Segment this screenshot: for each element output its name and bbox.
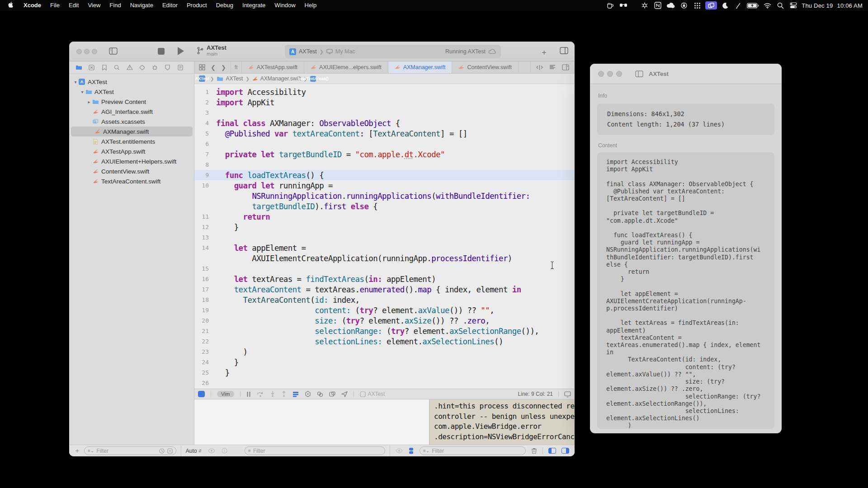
clear-console-trash-icon[interactable] <box>531 447 537 454</box>
menu-clock-date[interactable]: Thu Dec 19 <box>802 2 833 9</box>
menu-view[interactable]: View <box>83 0 105 11</box>
breakpoint-navigator-icon[interactable] <box>164 65 171 70</box>
disclosure-chevron-icon[interactable]: ▸ <box>86 99 92 104</box>
code-line-25[interactable]: 25 } <box>194 367 575 378</box>
minimize-window-button[interactable] <box>84 49 90 54</box>
pause-debug-icon[interactable] <box>246 391 251 397</box>
run-button[interactable] <box>178 47 184 55</box>
wifi-icon[interactable] <box>762 1 772 9</box>
battery-icon[interactable] <box>746 1 759 9</box>
quicklook-eye-icon[interactable] <box>208 448 215 453</box>
code-line-1[interactable]: 1import Accessibility <box>194 87 575 97</box>
apple-menu-icon[interactable] <box>8 2 14 9</box>
breadcrumb-item-axtest[interactable]: AXTest <box>217 75 243 82</box>
editor-tab-contentview-swift[interactable]: ContentView.swift <box>452 61 518 73</box>
close-window-button[interactable] <box>76 49 82 54</box>
console-mode-icon[interactable] <box>408 447 414 454</box>
draw-pen-icon[interactable] <box>733 1 743 9</box>
pill-scheme-name[interactable]: AXTest <box>299 48 317 55</box>
forward-icon[interactable]: ❯ <box>221 64 226 71</box>
zoom-window-button[interactable] <box>92 49 97 54</box>
code-line-23[interactable]: 23 ) <box>194 347 575 357</box>
control-center-icon[interactable] <box>788 1 798 9</box>
menu-editor[interactable]: Editor <box>158 0 182 11</box>
test-navigator-icon[interactable] <box>139 65 146 70</box>
code-line-15[interactable]: 15 <box>194 263 575 274</box>
menu-debug[interactable]: Debug <box>212 0 238 11</box>
source-control-status-icon[interactable] <box>167 448 173 454</box>
memory-graph-icon[interactable] <box>305 391 311 397</box>
source-control-navigator-icon[interactable] <box>88 65 95 70</box>
debug-process-label[interactable]: AXTest <box>360 391 385 397</box>
source-editor[interactable]: 1import Accessibility2import AppKit34fin… <box>194 84 575 389</box>
code-line-16[interactable]: 16 let textAreas = findTextAreas(in: app… <box>194 274 575 284</box>
related-items-icon[interactable] <box>199 64 205 70</box>
vim-mode-badge[interactable]: Vim <box>217 391 234 397</box>
menu-navigate[interactable]: Navigate <box>126 0 158 11</box>
disclosure-chevron-icon[interactable]: ▾ <box>73 80 78 84</box>
show-console-pane-toggle[interactable] <box>561 448 569 454</box>
find-navigator-icon[interactable] <box>113 65 120 70</box>
device-conditions-icon[interactable] <box>329 391 335 397</box>
pill-destination[interactable]: My Mac <box>335 48 355 55</box>
breadcrumb-item-axmanager-swift[interactable]: AXManager.swift <box>252 75 301 82</box>
code-line-12[interactable]: 12 } <box>194 222 575 232</box>
code-line-8[interactable]: 8 <box>194 160 575 170</box>
editor-tab-axmanager-swift[interactable]: AXManager.swift <box>388 61 453 73</box>
panel-sidebar-icon[interactable] <box>635 70 643 77</box>
adjacent-editor-icon[interactable] <box>536 65 543 70</box>
back-icon[interactable]: ❮ <box>211 64 216 71</box>
file-tree-item-agi-interface-swift[interactable]: AGI_Interface.swift <box>69 107 194 117</box>
step-into-icon[interactable] <box>270 391 275 397</box>
show-variables-pane-toggle[interactable] <box>548 448 556 454</box>
spotlight-search-icon[interactable] <box>775 1 785 9</box>
code-line-14[interactable]: 14 let appElement = <box>194 243 575 253</box>
menu-edit[interactable]: Edit <box>64 0 83 11</box>
add-editor-icon[interactable]: ＋ <box>540 47 548 57</box>
code-line-wrap[interactable]: NSRunningApplication.runningApplications… <box>194 191 575 201</box>
code-line-21[interactable]: 21 selectionRange: (try? element.axSelec… <box>194 326 575 336</box>
file-tree-item-axmanager-swift[interactable]: AXManager.swift <box>71 127 193 136</box>
view-debugger-icon[interactable] <box>292 391 299 397</box>
breakpoints-toggle-icon[interactable] <box>198 391 205 397</box>
console-filter-field[interactable]: ≡⌄ Filter <box>420 446 526 455</box>
file-tree-item-textareacontent-swift[interactable]: TextAreaContent.swift <box>69 176 194 186</box>
focus-moon-icon[interactable] <box>720 1 730 9</box>
code-line-wrap[interactable]: AXUIElementCreateApplication(runningApp.… <box>194 253 575 263</box>
bookmark-navigator-icon[interactable] <box>101 65 108 70</box>
code-line-24[interactable]: 24 } <box>194 357 575 367</box>
code-line-4[interactable]: 4final class AXManager: ObservableObject… <box>194 118 575 128</box>
code-line-wrap[interactable]: targetBundleID).first else { <box>194 201 575 211</box>
debug-navigator-icon[interactable] <box>151 65 158 70</box>
lock-icon[interactable] <box>679 1 689 9</box>
editor-tab-axuieleme-elpers-swift[interactable]: AXUIEleme...elpers.swift <box>304 61 388 73</box>
code-line-5[interactable]: 5 @Published var textAreaContent: [TextA… <box>194 128 575 139</box>
issue-navigator-icon[interactable] <box>126 65 133 70</box>
activity-status-pill[interactable]: A AXTest ❯ My Mac Running AXTest <box>285 45 501 58</box>
zoom-window-button[interactable] <box>616 71 622 77</box>
code-line-13[interactable]: 13 <box>194 232 575 243</box>
file-tree-item-axuielement-helpers-swift[interactable]: AXUIElement+Helpers.swift <box>69 156 194 166</box>
menu-product[interactable]: Product <box>182 0 212 11</box>
minimize-window-button[interactable] <box>607 71 613 77</box>
code-line-26[interactable]: 26 <box>194 378 575 388</box>
variables-filter-field[interactable]: ≡ Filter <box>245 446 385 455</box>
menu-file[interactable]: File <box>46 0 64 11</box>
step-out-icon[interactable] <box>281 391 287 397</box>
code-line-19[interactable]: 19 content: (try? element.axValue()) ?? … <box>194 305 575 315</box>
file-tree-item-axtest[interactable]: ▾AAXTest <box>69 77 194 87</box>
code-line-9[interactable]: 9 func loadTextAreas() { <box>194 170 575 180</box>
cloudflare-icon[interactable] <box>666 1 676 9</box>
minimap-icon[interactable] <box>549 65 556 70</box>
content-box[interactable]: import Accessibility import AppKit final… <box>597 152 774 429</box>
menu-window[interactable]: Window <box>270 0 300 11</box>
breadcrumb-item-axtest[interactable]: AXTest <box>199 75 208 82</box>
caffeinate-icon[interactable] <box>605 1 615 9</box>
code-line-6[interactable]: 6 <box>194 139 575 149</box>
code-line-18[interactable]: 18 TextAreaContent(id: index, <box>194 295 575 305</box>
glasses-icon[interactable] <box>618 1 628 9</box>
code-line-17[interactable]: 17 textAreaContent = textAreas.enumerate… <box>194 284 575 295</box>
editor-layout-icon[interactable] <box>560 47 568 54</box>
split-editor-icon[interactable] <box>562 64 569 70</box>
simulate-location-icon[interactable] <box>341 391 348 397</box>
